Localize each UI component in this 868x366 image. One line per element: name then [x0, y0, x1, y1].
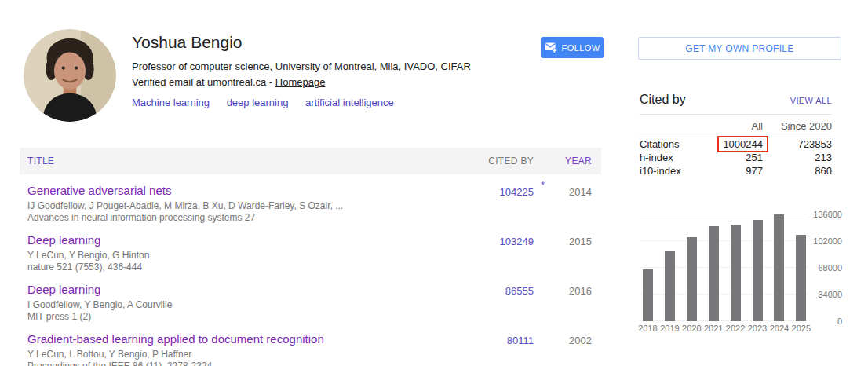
chart-x-tick-label: 2019 — [658, 324, 681, 333]
affiliation-suffix: , Mila, IVADO, CIFAR — [374, 60, 471, 72]
follow-button-label: FOLLOW — [562, 43, 600, 53]
publication-venue: Advances in neural information processin… — [27, 212, 468, 224]
chart-bar[interactable] — [643, 269, 653, 321]
metric-value-since: 860 — [763, 165, 832, 177]
publication-year: 2016 — [546, 283, 601, 323]
metrics-column-headers: All Since 2020 — [640, 115, 832, 137]
publication-title-link[interactable]: Gradient-based learning applied to docum… — [27, 332, 324, 346]
publication-row: Generative adversarial nets IJ Goodfello… — [20, 184, 601, 224]
interest-link-machine-learning[interactable]: Machine learning — [132, 97, 210, 108]
chart-y-tick-label: 34000 — [806, 290, 842, 299]
metrics-col-since: Since 2020 — [763, 120, 832, 132]
affiliation-text: Professor of computer science, — [132, 60, 275, 72]
merged-citations-star: * — [541, 179, 545, 191]
publication-authors: Y LeCun, L Bottou, Y Bengio, P Haffner — [27, 349, 468, 361]
publication-main: Generative adversarial nets IJ Goodfello… — [20, 184, 468, 224]
envelope-plus-icon — [545, 42, 557, 53]
publication-row: Gradient-based learning applied to docum… — [20, 332, 601, 366]
chart-x-tick-label: 2021 — [702, 324, 725, 333]
cited-by-cell: 103249 — [468, 233, 546, 273]
profile-name: Yoshua Bengio — [132, 33, 524, 52]
citations-chart: 0340006800010200013600020182019202020212… — [640, 214, 844, 321]
profile-affiliation: Professor of computer science, Universit… — [132, 60, 524, 74]
affiliation-university-link[interactable]: University of Montreal — [275, 60, 374, 72]
chart-x-tick-label: 2024 — [768, 324, 791, 333]
publications-table-header: TITLE CITED BY YEAR — [20, 148, 601, 174]
metric-label: i10-index — [640, 165, 695, 177]
publication-main: Gradient-based learning applied to docum… — [20, 332, 468, 366]
publication-authors: IJ Goodfellow, J Pouget-Abadie, M Mirza,… — [27, 200, 468, 212]
chart-x-tick-label: 2018 — [636, 324, 660, 333]
publication-venue: nature 521 (7553), 436-444 — [27, 262, 468, 273]
cited-by-cell: 80111 — [468, 332, 546, 366]
chart-bar[interactable] — [753, 220, 763, 321]
chart-x-tick-label: 2020 — [680, 324, 703, 333]
homepage-link[interactable]: Homepage — [275, 76, 326, 88]
publication-authors: I Goodfellow, Y Bengio, A Courville — [27, 299, 468, 311]
publication-title-link[interactable]: Deep learning — [27, 283, 100, 297]
sort-by-title-header[interactable]: TITLE — [20, 156, 468, 167]
publication-main: Deep learning Y LeCun, Y Bengio, G Hinto… — [20, 233, 468, 273]
metric-value-since: 723853 — [763, 138, 832, 150]
cited-by-panel: Cited by VIEW ALL All Since 2020 Citatio… — [640, 93, 832, 178]
publication-year: 2002 — [546, 332, 601, 366]
chart-bar[interactable] — [774, 214, 784, 321]
chart-bar[interactable] — [796, 235, 806, 321]
sort-by-cited-header[interactable]: CITED BY — [468, 156, 546, 167]
chart-bar[interactable] — [687, 237, 697, 321]
cited-by-title: Cited by — [640, 93, 686, 107]
publication-title-link[interactable]: Deep learning — [27, 233, 100, 247]
profile-photo — [24, 29, 116, 122]
interests-list: Machine learning deep learning artificia… — [132, 96, 524, 109]
publication-row: Deep learning I Goodfellow, Y Bengio, A … — [20, 283, 601, 323]
follow-button[interactable]: FOLLOW — [541, 37, 604, 58]
metric-row-i10-index: i10-index 977 860 — [640, 164, 832, 178]
profile-info: Yoshua Bengio Professor of computer scie… — [132, 33, 524, 109]
metric-row-h-index: h-index 251 213 — [640, 151, 832, 164]
cited-by-count-link[interactable]: 103249 — [500, 236, 534, 247]
metric-value-since: 213 — [763, 152, 832, 163]
scholar-profile-page: Yoshua Bengio Professor of computer scie… — [0, 0, 868, 366]
cited-by-count-link[interactable]: 86555 — [505, 285, 534, 297]
metric-row-citations: Citations 1000244 723853 — [640, 137, 832, 151]
chart-y-tick-label: 136000 — [806, 210, 842, 219]
publication-main: Deep learning I Goodfellow, Y Bengio, A … — [20, 283, 468, 323]
cited-by-cell: 86555 — [468, 283, 546, 323]
metric-value-all: 977 — [695, 165, 763, 177]
interest-link-deep-learning[interactable]: deep learning — [227, 97, 289, 108]
publication-authors: Y LeCun, Y Bengio, G Hinton — [27, 250, 468, 262]
metrics-col-all: All — [695, 120, 763, 132]
avatar-illustration — [24, 29, 116, 122]
red-annotation-box: 1000244 — [717, 136, 768, 152]
publication-venue: Proceedings of the IEEE 86 (11), 2278-23… — [27, 361, 468, 366]
publications-table: TITLE CITED BY YEAR Generative adversari… — [20, 148, 601, 366]
publication-year: 2015 — [546, 233, 601, 273]
chart-bar[interactable] — [731, 225, 741, 321]
chart-x-tick-label: 2023 — [746, 324, 769, 333]
cited-by-count-link[interactable]: 80111 — [507, 335, 534, 346]
view-all-link[interactable]: VIEW ALL — [790, 96, 832, 107]
metric-label: h-index — [640, 152, 695, 163]
sort-by-year-header[interactable]: YEAR — [546, 156, 601, 167]
interest-link-artificial-intelligence[interactable]: artificial intelligence — [305, 97, 394, 108]
metric-value-all: 251 — [695, 152, 763, 163]
publication-row: Deep learning Y LeCun, Y Bengio, G Hinto… — [20, 233, 601, 273]
chart-bar[interactable] — [665, 251, 675, 321]
chart-x-tick-label: 2025 — [790, 324, 813, 333]
publication-year: 2014 — [546, 184, 601, 224]
publication-title-link[interactable]: Generative adversarial nets — [27, 184, 171, 198]
cited-by-cell: 104225 * — [468, 184, 546, 224]
verified-email-line: Verified email at umontreal.ca - Homepag… — [132, 75, 524, 90]
get-my-own-profile-button[interactable]: GET MY OWN PROFILE — [638, 37, 841, 60]
chart-y-tick-label: 102000 — [806, 236, 842, 246]
publication-venue: MIT press 1 (2) — [27, 311, 468, 323]
cited-by-header: Cited by VIEW ALL — [640, 93, 832, 115]
chart-bar[interactable] — [709, 226, 719, 321]
get-my-own-profile-label: GET MY OWN PROFILE — [685, 43, 793, 54]
metric-label: Citations — [640, 138, 695, 150]
cited-by-count-link[interactable]: 104225 — [500, 186, 534, 198]
chart-x-tick-label: 2022 — [724, 324, 747, 333]
verified-email-text: Verified email at umontreal.ca - — [132, 76, 275, 88]
chart-y-tick-label: 68000 — [806, 263, 842, 273]
metric-value-all: 1000244 — [723, 138, 763, 150]
